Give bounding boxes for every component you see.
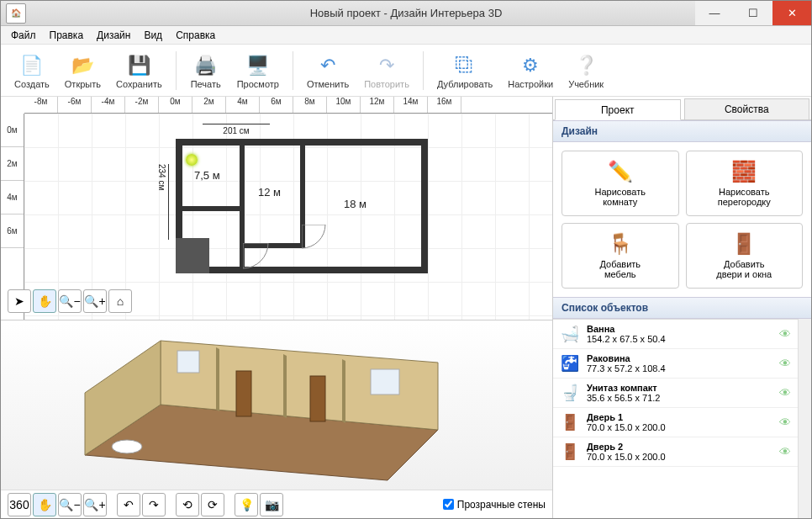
folder-open-icon: 📂 xyxy=(69,52,96,79)
svg-marker-4 xyxy=(283,354,287,418)
zoom-out-3d[interactable]: 🔍− xyxy=(58,493,82,516)
transparent-walls-option[interactable]: Прозрачные стены xyxy=(443,499,546,511)
object-name: Унитаз компакт xyxy=(587,383,772,393)
pan-tool[interactable]: ✋ xyxy=(33,289,56,313)
object-list-item[interactable]: 🚪Дверь 170.0 x 15.0 x 200.0👁 xyxy=(553,408,798,437)
tutorial-label: Учебник xyxy=(568,79,604,89)
object-list-item[interactable]: 🛁Ванна154.2 x 67.5 x 50.4👁 xyxy=(553,320,798,349)
separator xyxy=(293,51,293,90)
titlebar: 🏠 Новый проект - Дизайн Интерьера 3D — ☐… xyxy=(1,1,811,26)
tab-properties[interactable]: Свойства xyxy=(684,98,810,119)
tutorial-button[interactable]: ❔Учебник xyxy=(562,50,610,91)
settings-button[interactable]: ⚙Настройки xyxy=(501,50,560,91)
visibility-toggle[interactable]: 👁 xyxy=(779,386,791,400)
add-furniture-button[interactable]: 🪑 Добавитьмебель xyxy=(562,223,679,289)
object-list-item[interactable]: 🚽Унитаз компакт35.6 x 56.5 x 71.2👁 xyxy=(553,379,798,408)
create-label: Создать xyxy=(14,79,50,89)
close-button[interactable]: ✕ xyxy=(772,1,811,25)
ruler-tick: -2м xyxy=(125,97,159,113)
view-3d-canvas[interactable] xyxy=(1,320,552,490)
preview-button[interactable]: 🖥️Просмотр xyxy=(230,50,286,91)
tab-project[interactable]: Проект xyxy=(555,99,681,120)
transparent-walls-label: Прозрачные стены xyxy=(457,499,546,511)
duplicate-button[interactable]: ⿻Дублировать xyxy=(430,50,499,91)
transparent-walls-checkbox[interactable] xyxy=(443,499,454,510)
add-doors-windows-button[interactable]: 🚪 Добавитьдвери и окна xyxy=(686,223,804,289)
menu-file[interactable]: Файл xyxy=(4,28,43,43)
zoom-in-3d[interactable]: 🔍+ xyxy=(83,493,107,516)
ruler-tick: 2м xyxy=(1,147,24,181)
object-list-item[interactable]: 🚰Раковина77.3 x 57.2 x 108.4👁 xyxy=(553,349,798,379)
ruler-tick: 2м xyxy=(192,97,226,113)
draw-room-button[interactable]: ✏️ Нарисоватькомнату xyxy=(562,151,679,216)
menu-design[interactable]: Дизайн xyxy=(90,28,137,43)
menu-view[interactable]: Вид xyxy=(137,28,169,43)
object-name: Дверь 2 xyxy=(587,442,772,452)
visibility-toggle[interactable]: 👁 xyxy=(779,445,791,458)
ruler-tick: -4м xyxy=(92,97,125,113)
pan-3d-tool[interactable]: ✋ xyxy=(33,493,56,516)
plan-2d-view[interactable]: -8м-6м-4м-2м0м2м4м6м8м10м12м14м16м 0м2м4… xyxy=(1,97,552,320)
panel-tabs: Проект Свойства xyxy=(553,97,811,120)
object-dimensions: 35.6 x 56.5 x 71.2 xyxy=(587,393,772,403)
home-button[interactable]: ⌂ xyxy=(108,289,132,313)
rotate-left-button[interactable]: ↶ xyxy=(117,493,140,516)
floorplan[interactable]: 7,5 м 12 м 18 м xyxy=(176,139,428,273)
settings-label: Настройки xyxy=(508,79,553,89)
ruler-horizontal: -8м-6м-4м-2м0м2м4м6м8м10м12м14м16м xyxy=(24,97,552,114)
object-dimensions: 154.2 x 67.5 x 50.4 xyxy=(587,334,772,344)
zoom-out-button[interactable]: 🔍− xyxy=(58,289,82,313)
object-dimensions: 70.0 x 15.0 x 200.0 xyxy=(587,422,772,432)
create-button[interactable]: 📄Создать xyxy=(8,50,56,91)
print-label: Печать xyxy=(191,79,221,89)
orbit-tool[interactable]: 360 xyxy=(8,493,31,516)
ruler-tick: 10м xyxy=(327,97,361,113)
flip-button[interactable]: ⟳ xyxy=(201,493,224,516)
new-file-icon: 📄 xyxy=(18,52,45,79)
redo-button[interactable]: ↷Повторить xyxy=(357,50,416,91)
camera-button[interactable]: 📷 xyxy=(260,493,283,516)
active-point-marker[interactable] xyxy=(186,154,198,166)
brick-wall-icon: 🧱 xyxy=(731,160,757,183)
save-button[interactable]: 💾Сохранить xyxy=(109,50,169,91)
object-list-item[interactable]: 🚪Дверь 270.0 x 15.0 x 200.0👁 xyxy=(553,437,798,467)
ruler-tick: 6м xyxy=(260,97,293,113)
svg-rect-8 xyxy=(310,376,325,421)
undo-button[interactable]: ↶Отменить xyxy=(300,50,356,91)
menu-help[interactable]: Справка xyxy=(169,28,222,43)
draw-partition-button[interactable]: 🧱 Нарисоватьперегородку xyxy=(686,151,804,216)
door-icon: 🚪 xyxy=(560,442,580,462)
zoom-in-icon: 🔍+ xyxy=(84,294,105,308)
duplicate-icon: ⿻ xyxy=(451,52,478,79)
rotate-right-button[interactable]: ↷ xyxy=(142,493,166,516)
pencil-ruler-icon: ✏️ xyxy=(608,160,633,183)
maximize-button[interactable]: ☐ xyxy=(734,1,772,25)
object-list[interactable]: 🛁Ванна154.2 x 67.5 x 50.4👁🚰Раковина77.3 … xyxy=(553,319,798,518)
undo-icon: ↶ xyxy=(314,52,341,79)
reset-view-button[interactable]: ⟲ xyxy=(176,493,199,516)
zoom-in-button[interactable]: 🔍+ xyxy=(83,289,107,313)
plan-2d-tools: ➤ ✋ 🔍− 🔍+ ⌂ xyxy=(8,289,132,313)
objects-section-header: Список объектов xyxy=(553,297,811,319)
separator xyxy=(423,51,424,90)
select-tool[interactable]: ➤ xyxy=(8,289,31,313)
menu-edit[interactable]: Правка xyxy=(43,28,91,43)
object-dimensions: 77.3 x 57.2 x 108.4 xyxy=(587,363,772,373)
print-button[interactable]: 🖨️Печать xyxy=(183,50,229,91)
lighting-button[interactable]: 💡 xyxy=(235,493,258,516)
svg-marker-3 xyxy=(216,347,219,411)
minimize-button[interactable]: — xyxy=(695,1,734,25)
toilet-icon: 🚽 xyxy=(560,383,580,403)
visibility-toggle[interactable]: 👁 xyxy=(779,357,791,370)
door-icon: 🚪 xyxy=(560,412,580,432)
visibility-toggle[interactable]: 👁 xyxy=(779,416,791,429)
scrollbar[interactable] xyxy=(798,319,811,518)
open-button[interactable]: 📂Открыть xyxy=(58,50,108,91)
ruler-tick: 0м xyxy=(159,97,192,113)
design-section-header: Дизайн xyxy=(553,120,811,142)
ruler-tick: 4м xyxy=(226,97,260,113)
visibility-toggle[interactable]: 👁 xyxy=(779,327,791,341)
ruler-tick: 16м xyxy=(428,97,461,113)
printer-icon: 🖨️ xyxy=(192,52,219,79)
ruler-tick: 14м xyxy=(394,97,428,113)
